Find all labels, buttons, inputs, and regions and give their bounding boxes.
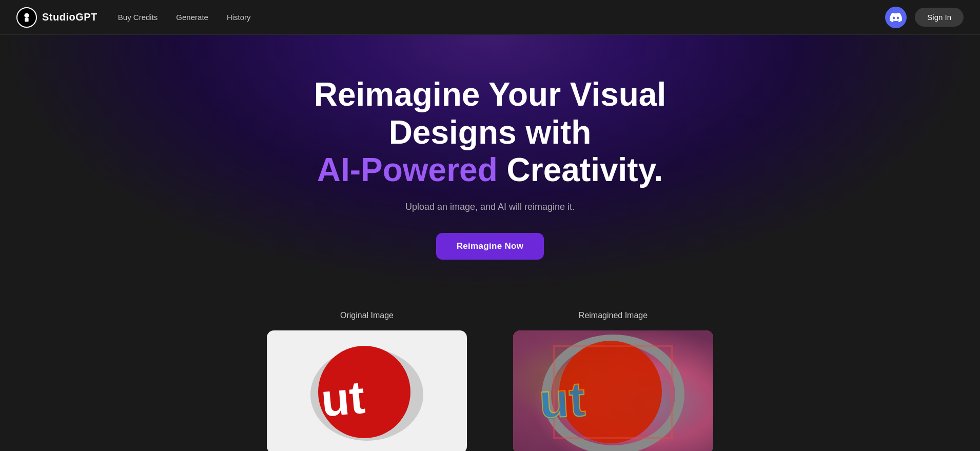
nav-links: Buy Credits Generate History [118,13,251,22]
reimagined-image-label: Reimagined Image [579,311,648,320]
hero-section: Reimagine Your Visual Designs with AI-Po… [0,35,980,290]
svg-text:ut: ut [538,371,586,428]
logo-icon [16,7,37,28]
original-image-frame: ut [267,330,467,451]
nav-link-generate[interactable]: Generate [176,13,208,22]
hero-title: Reimagine Your Visual Designs with AI-Po… [259,76,721,189]
svg-text:ut: ut [319,371,367,426]
svg-rect-1 [25,17,28,21]
discord-button[interactable] [885,7,907,28]
signin-button[interactable]: Sign In [915,8,964,27]
hero-title-part1: Reimagine Your Visual Designs with [314,76,666,151]
hero-title-part2: Creativity. [507,151,663,188]
svg-point-0 [24,13,29,17]
original-logo-svg: ut [305,341,428,443]
reimagined-logo-svg: ut ut [513,330,713,451]
hero-title-accent: AI-Powered [317,151,498,188]
original-image-label: Original Image [340,311,394,320]
discord-icon [890,11,902,24]
reimagined-image-col: Reimagined Image [505,311,721,451]
logo-svg [21,12,32,23]
nav-left: StudioGPT Buy Credits Generate History [16,7,251,28]
image-section: Original Image ut Reimagined Image [0,290,980,451]
reimagined-image: ut ut [513,330,713,451]
nav-link-history[interactable]: History [227,13,251,22]
reimagine-now-button[interactable]: Reimagine Now [436,233,544,260]
original-image-col: Original Image ut [259,311,475,451]
image-columns: Original Image ut Reimagined Image [239,311,741,451]
logo[interactable]: StudioGPT [16,7,97,28]
logo-text: StudioGPT [42,11,97,23]
original-image: ut [267,330,467,451]
navbar: StudioGPT Buy Credits Generate History S… [0,0,980,35]
hero-subtitle: Upload an image, and AI will reimagine i… [405,202,575,212]
reimagined-image-frame: ut ut [513,330,713,451]
nav-right: Sign In [885,7,964,28]
nav-link-buy-credits[interactable]: Buy Credits [118,13,158,22]
